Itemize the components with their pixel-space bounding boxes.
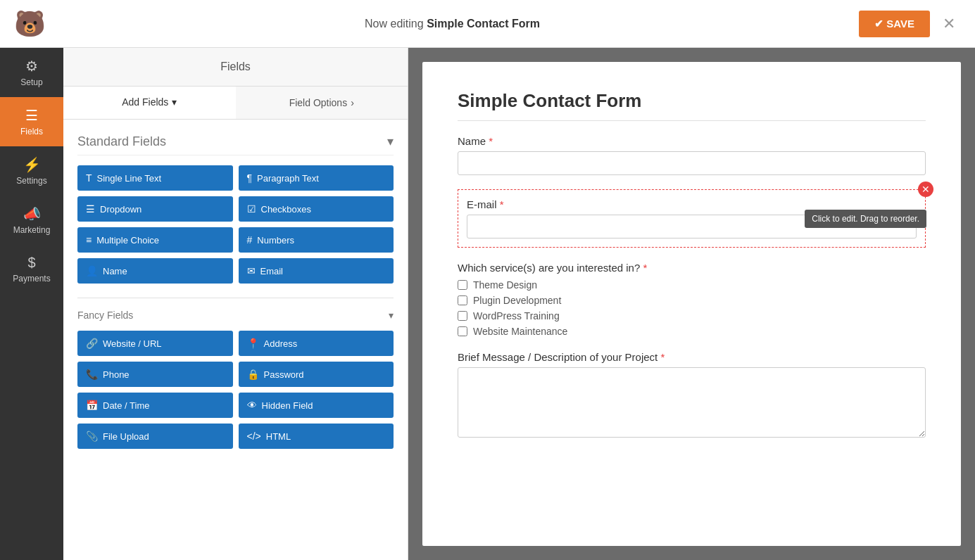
message-textarea[interactable]: [458, 367, 926, 438]
single-line-text-button[interactable]: T Single Line Text: [77, 165, 233, 191]
checkbox-label: Plugin Development: [473, 295, 561, 306]
services-checkbox-group: Theme Design Plugin Development WordPres…: [458, 279, 926, 337]
sidebar-item-marketing[interactable]: 📣 Marketing: [0, 196, 63, 245]
message-label: Brief Message / Description of your Proj…: [458, 351, 926, 363]
logo: 🐻: [14, 9, 46, 39]
date-time-button[interactable]: 📅 Date / Time: [77, 393, 233, 418]
button-label: Paragraph Text: [257, 173, 319, 184]
sidebar-item-setup[interactable]: ⚙ Setup: [0, 48, 63, 97]
tab-field-options[interactable]: Field Options ›: [236, 87, 408, 119]
fancy-fields-header: Fancy Fields ▾: [77, 310, 394, 321]
form-preview-title: Simple Contact Form: [458, 90, 926, 112]
address-button[interactable]: 📍 Address: [239, 331, 394, 356]
sidebar-item-settings[interactable]: ⚡ Settings: [0, 146, 63, 196]
editing-title: Now editing Simple Contact Form: [46, 18, 859, 30]
collapse-icon[interactable]: ▾: [389, 310, 394, 321]
list-item: Website Maintenance: [458, 326, 926, 337]
editing-label: Now editing: [365, 18, 424, 30]
paragraph-text-button[interactable]: ¶ Paragraph Text: [239, 165, 394, 191]
plugin-dev-checkbox[interactable]: [458, 295, 467, 305]
link-icon: 🔗: [86, 338, 98, 349]
phone-button[interactable]: 📞 Phone: [77, 362, 233, 387]
logo-icon: 🐻: [14, 9, 46, 39]
preview-area: Simple Contact Form Name * ✕ E-mail * Cl…: [408, 48, 975, 560]
button-label: Address: [264, 338, 298, 349]
form-preview-card: Simple Contact Form Name * ✕ E-mail * Cl…: [422, 62, 961, 546]
chevron-down-icon: ▾: [172, 96, 177, 108]
sidebar-item-fields[interactable]: ☰ Fields: [0, 97, 63, 146]
email-label-text: E-mail: [467, 198, 497, 210]
button-label: Hidden Field: [262, 400, 313, 411]
message-label-text: Brief Message / Description of your Proj…: [458, 351, 658, 363]
website-url-button[interactable]: 🔗 Website / URL: [77, 331, 233, 356]
tab-add-fields[interactable]: Add Fields ▾: [63, 87, 236, 119]
panel-tabs: Add Fields ▾ Field Options ›: [63, 87, 408, 120]
html-button[interactable]: </> HTML: [239, 424, 394, 449]
save-button[interactable]: ✔ SAVE: [859, 11, 930, 37]
fields-icon: ☰: [25, 107, 38, 124]
name-input[interactable]: [458, 151, 926, 175]
button-label: Single Line Text: [97, 173, 162, 184]
button-label: Dropdown: [100, 204, 141, 215]
tab-add-fields-label: Add Fields: [122, 96, 168, 108]
sidebar-item-label: Payments: [13, 274, 50, 284]
button-label: Numbers: [257, 235, 294, 246]
button-label: HTML: [266, 431, 291, 442]
numbers-button[interactable]: # Numbers: [239, 227, 394, 253]
marketing-icon: 📣: [23, 205, 41, 222]
tab-field-options-label: Field Options: [289, 97, 347, 108]
sidebar-item-label: Setup: [20, 77, 42, 87]
checkbox-label: Website Maintenance: [473, 326, 567, 337]
standard-fields-label: Standard Fields: [77, 134, 166, 149]
dropdown-button[interactable]: ☰ Dropdown: [77, 196, 233, 222]
hidden-field-button[interactable]: 👁 Hidden Field: [239, 393, 394, 418]
name-form-field: Name *: [458, 135, 926, 175]
services-label: Which service(s) are you interested in? …: [458, 262, 926, 274]
name-button[interactable]: 👤 Name: [77, 258, 233, 284]
text-icon: T: [86, 172, 92, 184]
button-label: File Upload: [103, 431, 149, 442]
email-button[interactable]: ✉ Email: [239, 258, 394, 284]
required-indicator: *: [643, 262, 647, 274]
location-icon: 📍: [247, 338, 259, 349]
fields-panel-body: Standard Fields ▾ T Single Line Text ¶ P…: [63, 120, 408, 560]
button-label: Phone: [103, 369, 130, 380]
multiple-choice-button[interactable]: ≡ Multiple Choice: [77, 227, 233, 253]
close-button[interactable]: ✕: [937, 12, 961, 36]
checkbox-icon: ☑: [247, 203, 256, 215]
remove-field-button[interactable]: ✕: [918, 182, 933, 197]
sidebar-nav: ⚙ Setup ☰ Fields ⚡ Settings 📣 Marketing …: [0, 48, 63, 560]
collapse-icon[interactable]: ▾: [387, 134, 394, 149]
list-item: Plugin Development: [458, 295, 926, 306]
email-field-wrapper[interactable]: ✕ E-mail * Click to edit. Drag to reorde…: [458, 189, 926, 248]
list-item: WordPress Training: [458, 310, 926, 322]
button-label: Password: [264, 369, 304, 380]
theme-design-checkbox[interactable]: [458, 280, 467, 290]
dropdown-icon: ☰: [86, 203, 95, 215]
button-label: Email: [260, 266, 284, 276]
phone-icon: 📞: [86, 369, 98, 380]
section-divider: [77, 298, 394, 298]
file-upload-button[interactable]: 📎 File Upload: [77, 424, 233, 449]
checkbox-label: Theme Design: [473, 279, 537, 291]
paragraph-icon: ¶: [247, 172, 253, 184]
standard-fields-grid: T Single Line Text ¶ Paragraph Text ☰ Dr…: [77, 165, 394, 284]
list-item: Theme Design: [458, 279, 926, 291]
fields-panel: Fields Add Fields ▾ Field Options › Stan…: [63, 48, 408, 560]
form-name: Simple Contact Form: [427, 18, 540, 30]
sidebar-item-payments[interactable]: $ Payments: [0, 245, 63, 293]
website-maintenance-checkbox[interactable]: [458, 326, 467, 336]
button-label: Date / Time: [103, 400, 149, 411]
checkbox-label: WordPress Training: [473, 310, 560, 322]
name-label: Name *: [458, 135, 926, 147]
wp-training-checkbox[interactable]: [458, 311, 467, 321]
gear-icon: ⚙: [25, 58, 38, 75]
person-icon: 👤: [86, 265, 98, 276]
password-button[interactable]: 🔒 Password: [239, 362, 394, 387]
checkboxes-button[interactable]: ☑ Checkboxes: [239, 196, 394, 222]
top-bar: 🐻 Now editing Simple Contact Form ✔ SAVE…: [0, 0, 975, 48]
button-label: Checkboxes: [261, 204, 312, 215]
calendar-icon: 📅: [86, 400, 98, 411]
numbers-icon: #: [247, 234, 253, 246]
edit-tooltip: Click to edit. Drag to reorder.: [805, 210, 926, 228]
